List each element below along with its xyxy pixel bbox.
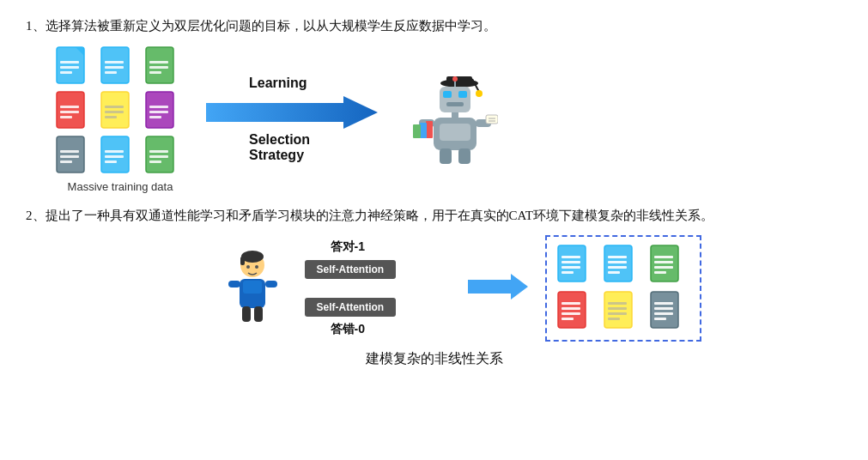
svg-rect-60 bbox=[458, 148, 470, 164]
self-attention-btn1: Self-Attention bbox=[305, 260, 397, 279]
svg-rect-19 bbox=[105, 111, 124, 113]
arrow-section: Learning Selection Strategy bbox=[197, 76, 386, 163]
self-attention-btn2: Self-Attention bbox=[305, 298, 397, 317]
doc-icon bbox=[143, 45, 179, 88]
svg-rect-13 bbox=[57, 92, 84, 128]
svg-rect-16 bbox=[60, 116, 72, 118]
svg-rect-63 bbox=[240, 257, 245, 265]
svg-rect-80 bbox=[608, 261, 627, 263]
svg-rect-43 bbox=[443, 91, 452, 98]
doc-grid-dashed bbox=[545, 235, 701, 342]
svg-marker-72 bbox=[468, 274, 528, 300]
doc-icon bbox=[99, 45, 135, 88]
svg-rect-99 bbox=[654, 302, 673, 305]
svg-rect-26 bbox=[60, 150, 79, 153]
doc-grid-left: Massive training data bbox=[52, 46, 189, 193]
svg-rect-45 bbox=[446, 102, 464, 106]
svg-rect-71 bbox=[254, 306, 263, 322]
answer-wrong-label: 答错-0 bbox=[331, 322, 365, 337]
svg-rect-5 bbox=[101, 47, 129, 83]
svg-rect-53 bbox=[486, 115, 498, 124]
svg-rect-79 bbox=[608, 256, 627, 258]
svg-rect-50 bbox=[440, 124, 470, 141]
svg-rect-29 bbox=[101, 136, 129, 172]
svg-rect-15 bbox=[60, 111, 79, 113]
svg-rect-2 bbox=[60, 66, 79, 69]
doc-icon bbox=[648, 290, 684, 333]
svg-rect-84 bbox=[654, 256, 673, 258]
answer-correct-label: 答对-1 bbox=[331, 239, 365, 255]
student-figure bbox=[219, 250, 288, 327]
svg-rect-22 bbox=[149, 106, 168, 108]
svg-rect-1 bbox=[60, 61, 79, 64]
student-icon bbox=[225, 250, 281, 327]
svg-rect-3 bbox=[60, 71, 72, 74]
svg-point-64 bbox=[246, 265, 250, 269]
svg-rect-28 bbox=[60, 160, 72, 163]
svg-rect-102 bbox=[654, 318, 666, 320]
svg-rect-17 bbox=[101, 92, 129, 128]
massive-training-label: Massive training data bbox=[52, 180, 189, 193]
svg-rect-91 bbox=[561, 312, 580, 315]
svg-rect-30 bbox=[105, 150, 124, 153]
diagram1: Massive training data Learning Selection… bbox=[52, 46, 842, 193]
arrow-container bbox=[206, 96, 378, 129]
svg-rect-86 bbox=[654, 266, 673, 269]
svg-rect-36 bbox=[149, 160, 161, 163]
right-arrow2-icon bbox=[468, 274, 528, 300]
svg-rect-67 bbox=[243, 281, 262, 294]
svg-rect-25 bbox=[57, 136, 84, 172]
svg-rect-92 bbox=[561, 318, 574, 320]
doc-icon bbox=[54, 90, 90, 133]
svg-rect-89 bbox=[561, 302, 580, 305]
svg-rect-21 bbox=[146, 92, 173, 128]
svg-rect-7 bbox=[105, 66, 124, 69]
svg-rect-12 bbox=[149, 71, 161, 74]
svg-point-65 bbox=[255, 265, 258, 269]
svg-rect-27 bbox=[60, 155, 79, 158]
svg-rect-44 bbox=[458, 91, 467, 98]
svg-marker-37 bbox=[206, 96, 378, 129]
svg-rect-57 bbox=[420, 123, 427, 138]
svg-rect-9 bbox=[146, 47, 173, 83]
doc-icon bbox=[602, 244, 638, 287]
svg-rect-14 bbox=[60, 106, 79, 108]
svg-rect-101 bbox=[654, 312, 673, 315]
svg-rect-34 bbox=[149, 150, 168, 153]
svg-rect-20 bbox=[105, 116, 117, 118]
svg-rect-97 bbox=[608, 318, 620, 320]
doc-icon bbox=[143, 135, 179, 178]
svg-rect-8 bbox=[105, 71, 117, 74]
svg-rect-69 bbox=[265, 281, 277, 288]
robot-illustration bbox=[404, 68, 498, 171]
selection-strategy-label: Selection Strategy bbox=[249, 132, 310, 163]
svg-rect-96 bbox=[608, 312, 627, 315]
svg-rect-82 bbox=[608, 271, 620, 274]
doc-icon bbox=[555, 244, 592, 287]
arrow2-container bbox=[468, 274, 528, 303]
robot-icon bbox=[404, 68, 498, 171]
svg-rect-87 bbox=[654, 271, 666, 274]
svg-rect-81 bbox=[608, 266, 627, 269]
svg-rect-76 bbox=[561, 266, 580, 269]
doc-icon bbox=[602, 290, 638, 333]
svg-rect-33 bbox=[146, 136, 173, 172]
svg-rect-74 bbox=[561, 256, 580, 258]
svg-rect-58 bbox=[413, 124, 421, 138]
learning-label: Learning bbox=[249, 76, 307, 91]
svg-rect-59 bbox=[440, 148, 452, 164]
svg-rect-18 bbox=[105, 106, 124, 108]
svg-rect-31 bbox=[105, 155, 124, 158]
svg-rect-56 bbox=[426, 121, 433, 138]
doc-icon bbox=[648, 244, 684, 287]
svg-rect-48 bbox=[452, 112, 458, 118]
right-arrow-icon bbox=[206, 96, 378, 129]
svg-rect-75 bbox=[561, 261, 580, 263]
svg-point-41 bbox=[476, 90, 483, 97]
svg-rect-70 bbox=[242, 306, 251, 322]
svg-point-47 bbox=[452, 76, 458, 82]
doc-icon bbox=[99, 90, 135, 133]
svg-rect-23 bbox=[149, 111, 168, 113]
doc-icon bbox=[143, 90, 179, 133]
doc-icon bbox=[54, 45, 90, 88]
